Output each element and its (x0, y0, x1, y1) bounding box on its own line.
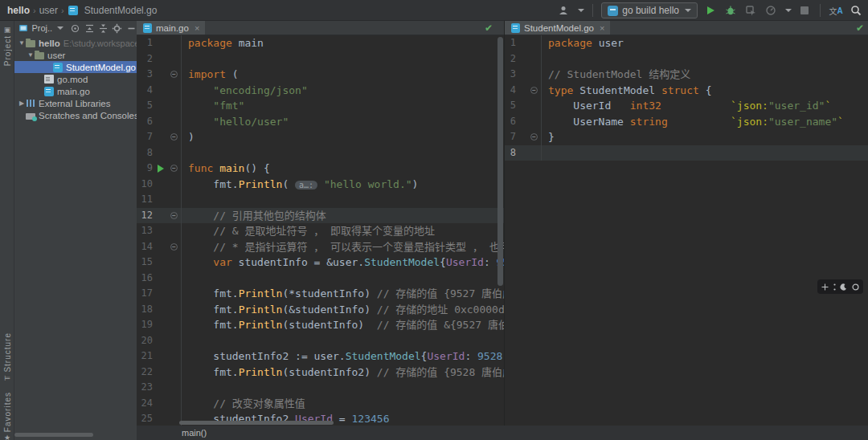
user-menu-icon[interactable] (556, 3, 571, 18)
code-line-5[interactable]: 5 "fmt" (137, 98, 504, 114)
breadcrumb-main-func[interactable]: main() (182, 428, 207, 438)
code-text: package user (548, 35, 868, 51)
tree-item-hello[interactable]: ▼helloE:\study.workspace\go (14, 37, 137, 49)
expand-all-icon[interactable] (84, 22, 94, 35)
tree-item-external-libraries[interactable]: ▶External Libraries (14, 97, 137, 109)
move-icon[interactable] (821, 283, 829, 291)
code-line-7[interactable]: 7−} (505, 129, 868, 145)
fold-icon[interactable]: − (530, 133, 538, 141)
code-line-1[interactable]: 1package main (137, 35, 504, 51)
stripe-favorites-button[interactable]: Favorites ★ (0, 392, 14, 440)
hide-panel-icon[interactable] (126, 22, 137, 35)
run-icon[interactable] (703, 3, 718, 18)
code-line-24[interactable]: 24 // 改变对象属性值 (137, 396, 504, 412)
night-mode-icon[interactable] (840, 283, 847, 291)
code-line-11[interactable]: 11 (137, 192, 504, 208)
project-hscrollbar-thumb[interactable] (14, 433, 93, 437)
code-line-16[interactable]: 16 (137, 271, 504, 287)
close-icon[interactable]: × (194, 23, 199, 33)
coverage-icon[interactable] (743, 3, 758, 18)
fold-icon[interactable]: − (170, 212, 178, 219)
tree-right-arrow-icon[interactable]: ▶ (18, 100, 26, 107)
tree-item-scratches-and-consoles[interactable]: Scratches and Consoles (14, 109, 137, 121)
breadcrumb-hello[interactable]: hello (7, 5, 30, 16)
run-line-icon[interactable] (158, 165, 164, 173)
code-line-23[interactable]: 23 (137, 380, 504, 396)
toolbar-divider (820, 4, 821, 17)
gear-icon[interactable] (112, 22, 122, 35)
code-line-19[interactable]: 19 fmt.Println(studentInfo) // 存储的值 &{95… (137, 317, 504, 333)
code-area-studentmodel-go[interactable]: 1package user23// StudentModel 结构定义4−typ… (505, 35, 868, 426)
fold-icon[interactable]: − (170, 71, 178, 78)
fold-icon[interactable]: − (170, 133, 178, 141)
code-line-21[interactable]: 21 studentInfo2 := user.StudentModel{Use… (137, 348, 504, 365)
debug-icon[interactable] (723, 3, 738, 18)
user-menu-caret-icon[interactable] (578, 9, 584, 12)
code-line-2[interactable]: 2 (137, 51, 504, 67)
breadcrumb-user[interactable]: user (39, 5, 58, 16)
line-number: 15 (137, 255, 153, 271)
code-line-17[interactable]: 17 fmt.Println(*studentInfo) // 存储的值 {95… (137, 286, 504, 302)
code-line-6[interactable]: 6 UserName string `json:"user_name"` (505, 114, 868, 130)
dots-icon[interactable] (833, 283, 836, 291)
run-configuration-select[interactable]: go build hello (601, 2, 698, 18)
code-line-3[interactable]: 3// StudentModel 结构定义 (505, 67, 868, 83)
code-line-3[interactable]: 3−import ( (137, 67, 504, 83)
code-line-15[interactable]: 15 var studentInfo = &user.StudentModel{… (137, 255, 504, 271)
record-icon[interactable] (852, 283, 859, 291)
profiler-caret-icon[interactable] (785, 9, 792, 12)
tab-studentmodel-go[interactable]: StudentModel.go × (505, 21, 610, 35)
code-line-12[interactable]: 12− // 引用其他包的结构体 (137, 208, 504, 224)
tree-item-studentmodel-go[interactable]: StudentModel.go (14, 61, 137, 73)
gutter (516, 67, 542, 83)
code-text: type StudentModel struct { (548, 83, 868, 99)
code-line-22[interactable]: 22 fmt.Println(studentInfo2) // 存储的值 {95… (137, 365, 504, 381)
collapse-all-icon[interactable] (98, 22, 108, 35)
editor-vscrollbar-thumb[interactable] (497, 37, 503, 286)
project-views-caret-icon[interactable] (57, 26, 63, 30)
editor-hscrollbar-thumb[interactable] (179, 421, 334, 425)
translate-icon[interactable]: 文A (829, 3, 843, 18)
code-line-8[interactable]: 8 (505, 145, 868, 161)
code-line-5[interactable]: 5 UserId int32 `json:"user_id"` (505, 98, 868, 114)
code-line-7[interactable]: 7−) (137, 129, 504, 145)
tree-down-arrow-icon[interactable]: ▼ (27, 51, 35, 59)
code-line-4[interactable]: 4−type StudentModel struct { (505, 83, 868, 99)
fold-icon[interactable]: − (530, 87, 538, 94)
code-line-20[interactable]: 20 (137, 333, 504, 349)
title-bar: hello › user › StudentModel.go go build … (0, 0, 868, 21)
project-view-icon (18, 22, 28, 35)
code-line-6[interactable]: 6 "hello/user" (137, 114, 504, 130)
code-line-4[interactable]: 4 "encoding/json" (137, 83, 504, 99)
code-line-10[interactable]: 10 fmt.Println( a…: "hello world.") (137, 177, 504, 193)
breadcrumb-file[interactable]: StudentModel.go (84, 5, 158, 16)
stripe-structure-button[interactable]: Structure ⊨ (0, 332, 14, 384)
code-line-13[interactable]: 13 // & 是取地址符号 ， 即取得某个变量的地址 (137, 223, 504, 239)
code-text: "fmt" (188, 98, 504, 114)
fold-icon[interactable]: − (170, 243, 178, 251)
code-line-8[interactable]: 8 (137, 145, 504, 161)
go-file-icon (44, 87, 54, 96)
stop-icon[interactable] (797, 3, 812, 18)
code-line-9[interactable]: 9−func main() { (137, 161, 504, 177)
search-icon[interactable] (849, 3, 863, 18)
code-line-14[interactable]: 14− // * 是指针运算符 ， 可以表示一个变量是指针类型 ， 也可以表 (137, 239, 504, 255)
tree-item-main-go[interactable]: main.go (14, 85, 137, 97)
code-line-2[interactable]: 2 (505, 51, 868, 67)
tab-main-go[interactable]: main.go × (137, 21, 205, 35)
close-icon[interactable]: × (600, 23, 604, 33)
parameter-hint: a…: (295, 181, 317, 189)
code-line-1[interactable]: 1package user (505, 35, 868, 51)
inspection-ok-icon[interactable]: ✔ (856, 22, 864, 34)
code-area-main-go[interactable]: 1package main23−import (4 "encoding/json… (137, 35, 504, 426)
code-line-18[interactable]: 18 fmt.Println(&studentInfo) // 存储的地址 0x… (137, 302, 504, 318)
stripe-project-button[interactable]: ▣ Project (0, 24, 14, 66)
tree-item-go-mod[interactable]: go.mod (14, 73, 137, 85)
fold-icon[interactable]: − (170, 165, 178, 172)
profiler-icon[interactable] (764, 3, 778, 18)
project-panel-title[interactable]: Proj.. (31, 23, 52, 33)
inspection-ok-icon[interactable]: ✔ (485, 22, 493, 34)
tree-item-user[interactable]: ▼user (14, 49, 137, 61)
tree-down-arrow-icon[interactable]: ▼ (18, 39, 26, 47)
locate-icon[interactable] (70, 22, 80, 35)
